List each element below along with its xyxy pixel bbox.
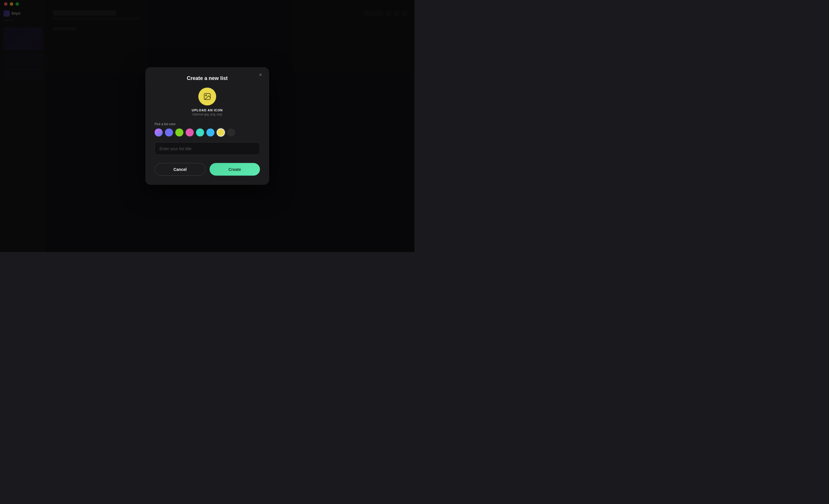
swatch-gradient-pink-purple[interactable] — [154, 128, 163, 137]
svg-point-1 — [206, 95, 207, 96]
swatch-purple[interactable] — [165, 128, 173, 137]
swatch-yellow[interactable] — [217, 128, 225, 137]
upload-circle — [198, 88, 216, 106]
modal-title: Create a new list — [154, 75, 260, 81]
buttons-row: Cancel Create — [154, 163, 260, 176]
swatch-teal[interactable] — [196, 128, 204, 137]
list-title-input[interactable] — [154, 143, 260, 155]
create-list-modal: × Create a new list UPLOAD AN ICON Optio… — [145, 67, 269, 185]
upload-label-top: UPLOAD AN ICON — [192, 109, 223, 112]
swatch-green[interactable] — [175, 128, 183, 137]
swatch-pink[interactable] — [186, 128, 194, 137]
swatch-black[interactable] — [227, 128, 235, 137]
cancel-button[interactable]: Cancel — [154, 163, 206, 176]
color-swatches — [154, 128, 260, 137]
upload-icon-area[interactable]: UPLOAD AN ICON Optional (jpg, png, svg) — [154, 88, 260, 116]
color-picker-section: Pick a list color — [154, 122, 260, 137]
image-upload-icon — [203, 93, 211, 101]
color-picker-label: Pick a list color — [154, 122, 260, 126]
modal-close-button[interactable]: × — [257, 71, 264, 78]
title-input-wrap — [154, 143, 260, 155]
upload-label-sub: Optional (jpg, png, svg) — [192, 113, 222, 116]
create-button[interactable]: Create — [210, 163, 260, 176]
swatch-cyan[interactable] — [206, 128, 214, 137]
